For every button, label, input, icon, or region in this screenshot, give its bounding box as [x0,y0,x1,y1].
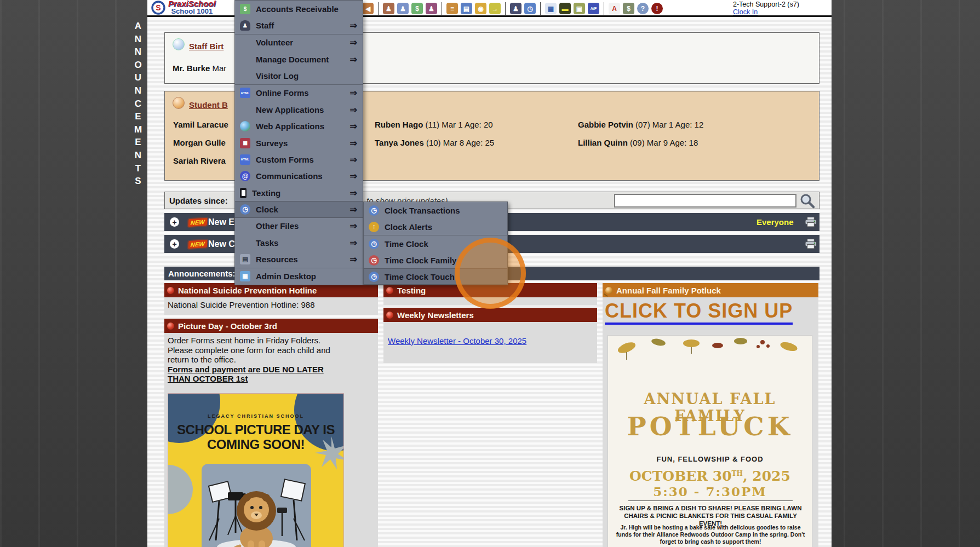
family-icon[interactable]: ♟ [426,3,437,14]
admin-person-icon[interactable]: ♟ [510,3,521,14]
search-input[interactable] [614,194,796,208]
menu-item-visitor-log[interactable]: Visitor Log [235,67,363,84]
pdf-icon[interactable]: A [609,3,620,14]
spreadsheet-icon[interactable]: ▦ [545,3,557,14]
potluck-subtitle: FUN, FELLOWSHIP & FOOD [608,455,812,463]
birthday-cake-icon [173,97,185,109]
praxischool-logo[interactable]: S PraxiSchool School 1001 [151,0,216,15]
announcement-body: Weekly Newsletter - October 30, 2025 [383,322,597,363]
menu-item-label: New Applications [256,105,345,114]
bell-icon[interactable]: ◉ [475,3,486,14]
menu-item-label: Resources [256,255,345,264]
student-birthday-entry: Gabbie Potvin (07) Mar 1 Age: 12 [578,120,703,129]
announcement-header-newsletters: Weekly Newsletters [383,308,597,322]
lunch-icon[interactable]: ≡ [446,3,458,14]
side-label-letter: E [132,110,144,123]
clock-in-link[interactable]: Clock In [733,8,799,16]
submenu-arrow-icon: ⇒ [350,254,357,264]
submenu-arrow-icon: ⇒ [350,138,357,148]
help-icon[interactable]: ? [637,3,649,14]
potluck-time: 5:30 - 7:30PM [608,484,812,499]
menu-item-surveys[interactable]: ▦Surveys⇒ [235,135,363,151]
toolbar-separator [442,2,442,15]
announcement-title: Testing [397,286,426,295]
svg-text:S: S [156,3,161,12]
newsletter-link[interactable]: Weekly Newsletter - October 30, 2025 [388,336,526,346]
menu-item-manage-document[interactable]: Manage Document⇒ [235,51,363,67]
send-note-icon[interactable]: → [489,3,501,14]
menu-item-staff[interactable]: ♟Staff⇒ [235,17,363,34]
toolbar-separator [540,2,541,15]
menu-item-admin-desktop[interactable]: ▦Admin Desktop [235,268,363,285]
menu-item-volunteer[interactable]: Volunteer⇒ [235,34,363,51]
search-icon[interactable] [799,193,816,209]
student-birthday-entry: Morgan Gulle [173,138,226,147]
side-label-letter: S [132,175,144,188]
menu-item-web-applications[interactable]: Web Applications⇒ [235,118,363,135]
expand-plus-icon[interactable]: + [170,239,179,249]
student-birthday-entry: Yamil Laracue [173,120,228,129]
print-card-icon[interactable]: ▣ [574,3,585,14]
announcement-megaphone-icon[interactable]: ◀ [362,3,374,14]
menu-item-label: Custom Forms [256,155,345,164]
card-icon[interactable]: ▬ [559,3,571,14]
new-badge: NEW [188,217,207,226]
staff-member-icon[interactable]: ♟ [397,3,409,14]
submenu-item-clock-alerts[interactable]: ↑Clock Alerts [364,218,507,235]
menu-item-label: Online Forms [256,88,345,97]
pushpin-icon [167,323,174,330]
menu-item-label: Manage Document [256,55,345,64]
fall-leaves-decoration [608,545,812,547]
menu-item-communications[interactable]: @Communications⇒ [235,168,363,185]
side-label-letter: U [132,71,144,84]
menu-item-label: Clock [256,205,345,214]
alert-icon[interactable]: ! [651,3,663,14]
menu-item-label: Clock Transactions [385,206,496,215]
menu-item-tasks[interactable]: Tasks⇒ [235,234,363,251]
menu-item-other-files[interactable]: Other Files⇒ [235,218,363,234]
menu-item-label: Accounts Receivable [256,4,352,14]
side-label-letter: N [132,33,144,46]
print-icon[interactable] [804,239,817,249]
student-birthday-entry: Tanya Jones (10) Mar 8 Age: 25 [375,138,494,147]
alarm-touch-icon: ◷ [369,272,379,282]
click-highlight-ring [455,238,526,309]
expand-plus-icon[interactable]: + [170,217,179,227]
book-icon[interactable]: ▤ [461,3,472,14]
student-birthday-entry: Sariah Rivera [173,156,226,165]
menu-item-new-applications[interactable]: New Applications⇒ [235,101,363,118]
menu-item-texting[interactable]: Texting⇒ [235,185,363,201]
potluck-poster[interactable]: ANNUAL FALL FAMILY POTLUCK FUN, FELLOWSH… [608,335,812,547]
alarm-clock-icon[interactable]: ◷ [524,3,536,14]
submenu-item-clock-transactions[interactable]: ◷Clock Transactions [364,202,507,218]
logo-swirl-icon: S [151,0,166,15]
money-icon[interactable]: $ [411,3,423,14]
print-icon[interactable] [804,217,817,227]
cash-printer-icon[interactable]: $ [623,3,634,14]
picture-day-poster[interactable]: LEGACY CHRISTIAN SCHOOL SCHOOL PICTURE D… [168,393,344,547]
menu-item-online-forms[interactable]: HTMLOnline Forms⇒ [235,85,363,101]
admin-icon: ▦ [240,271,250,281]
ap-icon[interactable]: A/P [588,3,599,14]
menu-item-label: Staff [256,21,345,30]
menu-item-clock[interactable]: ◷Clock⇒ [235,201,363,217]
side-label-letter: E [132,136,144,149]
signup-link[interactable]: CLICK TO SIGN UP [605,300,793,325]
menu-item-accounts-receivable[interactable]: $Accounts Receivable [235,1,363,17]
menu-item-custom-forms[interactable]: HTMLCustom Forms⇒ [235,151,363,168]
submenu-arrow-icon: ⇒ [350,188,357,198]
alarm-red-icon: ◷ [369,255,379,266]
student-birthdays-title[interactable]: Student B [189,100,228,110]
announcement-title: Weekly Newsletters [397,310,474,320]
staff-birthdays-title[interactable]: Staff Birt [189,42,223,51]
globe-icon [240,121,250,131]
logo-title: PraxiSchool [168,0,216,7]
submenu-arrow-icon: ⇒ [350,204,357,215]
add-nurse-icon[interactable]: ♟ [383,3,394,14]
student-birthday-entry: Lillian Quinn (09) Mar 9 Age: 18 [578,138,698,147]
fall-leaves-decoration [608,336,812,370]
at-icon: @ [240,171,250,181]
side-label-letter: N [132,45,144,59]
menu-item-resources[interactable]: ▤Resources⇒ [235,251,363,268]
potluck-title-line2: POTLUCK [608,411,812,441]
